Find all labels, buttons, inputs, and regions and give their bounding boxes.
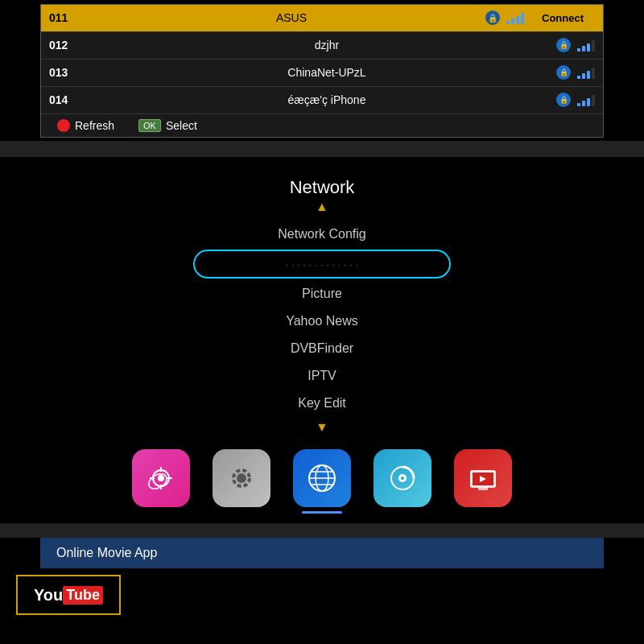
wifi-section: 011 ASUS 🔒 Connect 012 dzjhr 🔒 — [0, 0, 644, 141]
youtube-you-text: You — [34, 586, 63, 605]
menu-item-picture[interactable]: Picture — [0, 280, 644, 308]
svg-point-5 — [158, 475, 164, 481]
signal-icon-011 — [506, 11, 524, 24]
wifi-row-013[interactable]: 013 ChinaNet-UPzL 🔒 — [41, 60, 603, 87]
menu-item-network-config[interactable]: Network Config — [0, 221, 644, 248]
lock-icon-014: 🔒 — [556, 93, 571, 107]
wifi-num-011: 011 — [49, 11, 97, 24]
youtube-tube-text: Tube — [63, 586, 103, 605]
wifi-table: 011 ASUS 🔒 Connect 012 dzjhr 🔒 — [40, 4, 604, 138]
app-icon-network[interactable] — [293, 449, 351, 507]
svg-point-7 — [237, 473, 246, 483]
wifi-icons-012: 🔒 — [556, 38, 595, 52]
red-circle-icon — [57, 119, 70, 132]
chevron-down-icon[interactable]: ▼ — [316, 420, 328, 435]
signal-icon-012 — [577, 39, 595, 52]
wifi-row-014[interactable]: 014 éæçæ'ç iPhone 🔒 — [41, 87, 603, 114]
app-icon-settings[interactable] — [213, 449, 270, 507]
chevron-up-icon[interactable]: ▲ — [316, 200, 328, 214]
highlight-placeholder: · · · · · · · · · · · · · — [286, 258, 358, 270]
refresh-button[interactable]: Refresh — [57, 119, 114, 132]
tv-svg-icon — [465, 460, 501, 496]
menu-item-key-edit[interactable]: Key Edit — [0, 390, 644, 417]
bottom-section: Online Movie App You Tube — [0, 538, 644, 644]
signal-icon-013 — [577, 66, 595, 79]
select-group: OK Select — [138, 119, 197, 132]
app-icon-tv[interactable] — [454, 449, 512, 507]
wifi-num-012: 012 — [49, 39, 97, 52]
refresh-label: Refresh — [75, 119, 114, 132]
satellite-svg-icon — [143, 460, 179, 496]
connect-button-011[interactable]: Connect — [530, 10, 595, 27]
gear-svg-icon — [224, 460, 259, 496]
wifi-row-012[interactable]: 012 dzjhr 🔒 — [41, 32, 603, 60]
svg-point-6 — [147, 471, 170, 492]
menu-item-dvbfinder[interactable]: DVBFinder — [0, 335, 644, 362]
network-section: Network ▲ Network Config · · · · · · · ·… — [0, 161, 644, 515]
menu-item-highlighted[interactable]: · · · · · · · · · · · · · — [193, 250, 451, 279]
wifi-row-011[interactable]: 011 ASUS 🔒 Connect — [41, 5, 603, 32]
app-icons-row — [0, 449, 644, 507]
app-icon-music[interactable] — [374, 449, 431, 507]
signal-icon-014 — [577, 93, 595, 106]
wifi-name-014: éæçæ'ç iPhone — [97, 93, 556, 106]
wifi-num-014: 014 — [49, 93, 97, 106]
divider-bottom — [0, 523, 644, 539]
svg-rect-19 — [478, 488, 488, 490]
music-svg-icon — [385, 460, 420, 496]
movie-app-title: Online Movie App — [56, 546, 157, 559]
wifi-footer: Refresh OK Select — [41, 114, 603, 137]
ok-badge: OK — [138, 119, 161, 132]
menu-item-yahoo-news[interactable]: Yahoo News — [0, 308, 644, 335]
youtube-box[interactable]: You Tube — [16, 575, 121, 615]
lock-icon-012: 🔒 — [556, 38, 571, 52]
globe-svg-icon — [304, 460, 340, 496]
active-indicator — [302, 511, 342, 514]
wifi-icons-014: 🔒 — [556, 93, 595, 107]
network-title: Network — [290, 177, 355, 198]
menu-item-iptv[interactable]: IPTV — [0, 362, 644, 390]
wifi-num-013: 013 — [49, 66, 97, 79]
wifi-icons-011: 🔒 Connect — [485, 10, 595, 27]
movie-app-bar: Online Movie App — [40, 538, 604, 568]
divider-top — [0, 141, 644, 157]
app-icon-satellite[interactable] — [132, 449, 190, 507]
select-label: Select — [166, 119, 197, 132]
lock-icon-013: 🔒 — [556, 65, 571, 80]
svg-point-16 — [401, 477, 404, 480]
lock-icon-011: 🔒 — [485, 10, 500, 25]
wifi-name-011: ASUS — [97, 11, 485, 24]
wifi-icons-013: 🔒 — [556, 65, 595, 80]
menu-list: Network Config · · · · · · · · · · · · ·… — [0, 221, 644, 417]
wifi-name-013: ChinaNet-UPzL — [97, 66, 556, 79]
wifi-name-012: dzjhr — [97, 39, 556, 52]
